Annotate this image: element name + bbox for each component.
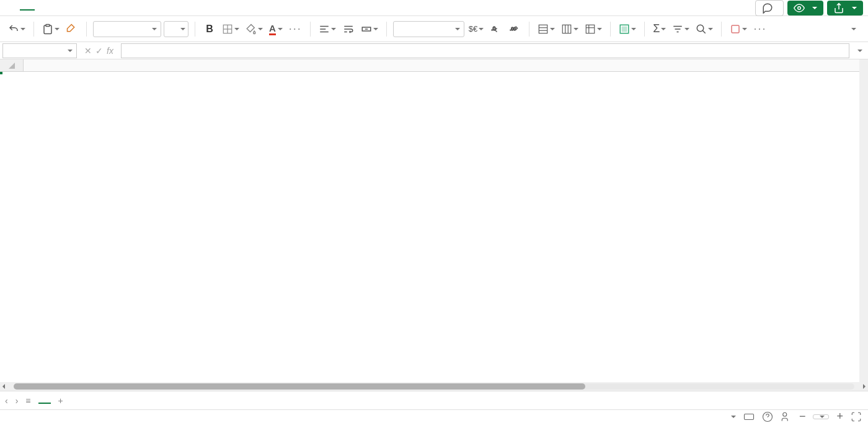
fullscreen-icon[interactable] (851, 411, 862, 422)
grid[interactable] (0, 59, 868, 382)
fill-color-button[interactable] (244, 20, 265, 38)
menu-view[interactable] (124, 6, 139, 10)
viewing-button[interactable] (787, 1, 823, 15)
menu-data[interactable] (94, 6, 109, 10)
zoom-in-button[interactable]: + (836, 410, 843, 423)
bold-button[interactable]: B (202, 20, 218, 38)
align-button[interactable] (317, 20, 338, 38)
zoom-out-button[interactable]: − (799, 410, 806, 423)
expand-formula-button[interactable] (852, 42, 868, 59)
svg-point-0 (798, 6, 801, 9)
comment-icon (762, 2, 773, 14)
formula-input[interactable] (121, 43, 849, 58)
cancel-formula-icon[interactable]: ✕ (84, 46, 92, 56)
menu-help[interactable] (139, 6, 154, 10)
format-painter-button[interactable] (64, 20, 80, 38)
addins-button[interactable] (728, 20, 749, 38)
more-ribbon-button[interactable]: ··· (751, 20, 768, 38)
svg-rect-27 (732, 25, 739, 33)
decrease-decimal-button[interactable]: .0 (488, 20, 504, 38)
svg-point-32 (783, 412, 787, 416)
keyboard-icon[interactable] (743, 411, 755, 422)
svg-rect-28 (744, 414, 753, 419)
help-icon[interactable] (762, 411, 773, 422)
sheet-tab-bar: ‹ › ≡ + (0, 391, 868, 409)
more-font-button[interactable]: ··· (287, 20, 304, 38)
sheet-tab[interactable] (38, 398, 51, 404)
currency-button[interactable]: $€ (467, 20, 485, 38)
find-button[interactable] (694, 20, 715, 38)
borders-button[interactable] (220, 20, 241, 38)
font-name-input[interactable] (93, 21, 161, 37)
collapse-ribbon-button[interactable] (846, 20, 862, 38)
accept-formula-icon[interactable]: ✓ (95, 46, 103, 56)
menubar (0, 0, 868, 16)
selection-box (0, 72, 2, 74)
menu-formulas[interactable] (79, 6, 94, 10)
merge-button[interactable] (359, 20, 380, 38)
comments-button[interactable] (755, 0, 784, 16)
select-all-corner[interactable] (0, 59, 24, 71)
add-sheet-button[interactable]: + (58, 396, 63, 406)
horizontal-scrollbar[interactable] (0, 382, 868, 391)
svg-rect-20 (587, 25, 595, 33)
wrap-text-button[interactable] (340, 20, 356, 38)
undo-button[interactable] (6, 20, 27, 38)
paste-button[interactable] (40, 20, 61, 38)
status-menu[interactable] (731, 416, 736, 418)
ribbon: B A ··· $€ .0 .00 Σ ··· (0, 16, 868, 42)
svg-text:.00: .00 (510, 26, 516, 30)
increase-decimal-button[interactable]: .00 (507, 20, 523, 38)
menu-share[interactable] (50, 6, 64, 10)
menu-home[interactable] (20, 6, 35, 11)
share-button[interactable] (827, 1, 863, 15)
menu-draw[interactable] (154, 6, 169, 10)
svg-rect-14 (539, 25, 548, 33)
sort-filter-button[interactable] (670, 20, 691, 38)
insert-cells-button[interactable] (536, 20, 557, 38)
svg-rect-1 (46, 24, 50, 26)
number-format-select[interactable] (393, 21, 464, 37)
zoom-level[interactable] (813, 414, 829, 419)
font-color-button[interactable]: A (267, 20, 285, 38)
autosum-button[interactable]: Σ (651, 20, 668, 38)
delete-cells-button[interactable] (559, 20, 580, 38)
formula-bar: ✕ ✓ fx (0, 42, 868, 59)
svg-rect-24 (622, 27, 627, 32)
vertical-scrollbar[interactable] (859, 59, 868, 382)
format-cells-button[interactable] (583, 20, 604, 38)
feedback-icon[interactable] (781, 411, 792, 422)
share-icon (833, 2, 844, 14)
sheet-nav-next[interactable]: › (16, 396, 19, 406)
eye-icon (794, 2, 805, 14)
all-sheets-button[interactable]: ≡ (25, 396, 30, 406)
menu-page-layout[interactable] (64, 6, 79, 10)
font-size-input[interactable] (164, 21, 188, 37)
fx-icon[interactable]: fx (107, 46, 113, 56)
status-bar: − + (0, 409, 868, 423)
menu-review[interactable] (109, 6, 124, 10)
svg-point-25 (698, 25, 704, 32)
sheet-nav-prev[interactable]: ‹ (5, 396, 8, 406)
name-box[interactable] (2, 43, 77, 58)
conditional-format-button[interactable] (617, 20, 638, 38)
menu-file[interactable] (5, 6, 20, 10)
menu-insert[interactable] (35, 6, 50, 10)
svg-rect-17 (563, 25, 572, 33)
svg-line-26 (703, 30, 706, 33)
